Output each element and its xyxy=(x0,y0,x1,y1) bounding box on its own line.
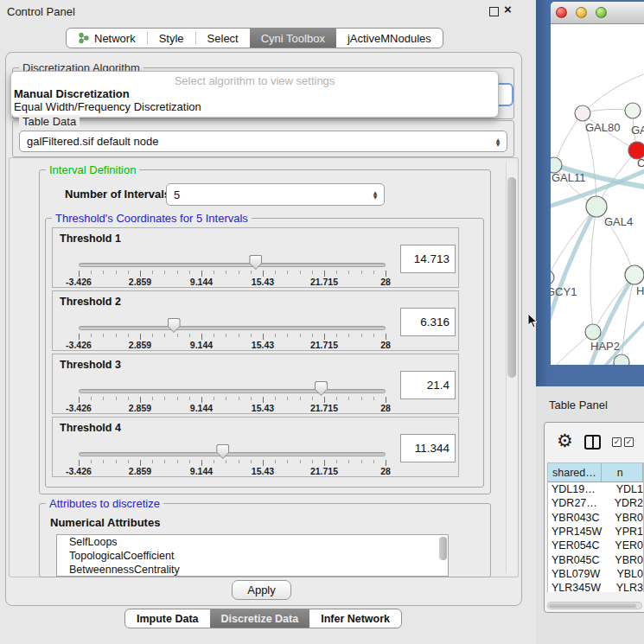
tab-style[interactable]: Style xyxy=(148,29,195,48)
slider-tick-label: 9.144 xyxy=(190,403,213,413)
slider-tick-label: 21.715 xyxy=(310,277,338,287)
threshold-value-input[interactable]: 21.4 xyxy=(400,371,456,399)
network-window-titlebar[interactable] xyxy=(551,2,644,24)
threshold-slider-thumb[interactable] xyxy=(315,381,328,396)
vertical-scrollbar-thumb[interactable] xyxy=(507,177,516,378)
table-row[interactable]: YBL079WYBL0 xyxy=(548,567,643,581)
dropdown-option[interactable]: Equal Width/Frequency Discretization xyxy=(11,100,498,113)
network-node-gal4[interactable] xyxy=(586,196,607,217)
split-column-icon[interactable] xyxy=(584,435,601,450)
network-canvas[interactable]: GAL80GACGAL11GAL4GCY1HHAP2 xyxy=(551,24,644,365)
threshold-slider-thumb[interactable] xyxy=(168,318,181,333)
tab-cyni-toolbox[interactable]: Cyni Toolbox xyxy=(250,29,336,48)
network-edge[interactable] xyxy=(554,113,583,165)
network-node-h[interactable] xyxy=(625,265,644,284)
zoom-light-green-icon[interactable] xyxy=(596,7,607,18)
slider-tick xyxy=(79,397,80,403)
slider-tick xyxy=(152,460,153,463)
column-header[interactable]: n xyxy=(602,463,643,481)
threshold-label: Threshold 1 xyxy=(60,233,121,245)
tab-select[interactable]: Select xyxy=(196,29,250,48)
network-node[interactable] xyxy=(614,354,629,365)
algorithm-dropdown-popup: Select algorithm to view settings Manual… xyxy=(10,71,499,118)
slider-tick xyxy=(275,334,276,337)
horizontal-scrollbar[interactable] xyxy=(547,602,642,609)
slider-tick xyxy=(226,460,226,463)
slider-tick xyxy=(226,334,226,337)
checkbox-checked-icon[interactable]: ✓ xyxy=(624,437,634,447)
slider-tick xyxy=(324,271,325,277)
float-window-icon[interactable] xyxy=(489,7,499,16)
dropdown-option[interactable]: Manual Discretization xyxy=(11,87,498,100)
apply-button[interactable]: Apply xyxy=(232,580,291,600)
close-light-red-icon[interactable] xyxy=(556,7,567,18)
close-icon[interactable]: × xyxy=(504,2,512,16)
slider-tick xyxy=(361,334,362,337)
column-header[interactable]: shared… xyxy=(548,463,602,481)
slider-tick-label: 2.859 xyxy=(129,403,151,413)
table-cell: YPR1 xyxy=(612,526,643,538)
gear-icon[interactable]: ⚙ xyxy=(557,431,573,450)
mouse-cursor xyxy=(527,313,539,329)
tab-infer-network[interactable]: Infer Network xyxy=(309,609,401,628)
table-row[interactable]: YDR27…YDR2 xyxy=(548,496,643,510)
table-row[interactable]: YER054CYER0 xyxy=(548,539,643,552)
threshold-value-input[interactable]: 6.316 xyxy=(400,308,456,336)
slider-tick xyxy=(79,334,80,340)
threshold-value-input[interactable]: 14.713 xyxy=(400,245,456,273)
table-cell: YDL19… xyxy=(548,483,614,495)
network-node-ga[interactable] xyxy=(625,103,641,118)
attribute-list-item[interactable]: TopologicalCoefficient xyxy=(57,549,448,563)
tab-jactivemnodules[interactable]: jActiveMNodules xyxy=(336,29,443,48)
threshold-slider-thumb[interactable] xyxy=(216,444,229,459)
threshold-slider-thumb[interactable] xyxy=(249,255,262,270)
network-node-gcy1[interactable] xyxy=(551,271,554,284)
table-cell: YBR043C xyxy=(548,512,612,524)
slider-tick xyxy=(214,397,214,400)
horizontal-scrollbar-thumb[interactable] xyxy=(549,603,636,608)
slider-tick xyxy=(116,334,117,337)
threshold-slider-track[interactable] xyxy=(79,389,386,393)
slider-tick-label: 9.144 xyxy=(190,277,213,287)
numerical-attributes-list[interactable]: SelfLoopsTopologicalCoefficientBetweenne… xyxy=(56,534,449,577)
network-edge[interactable] xyxy=(551,362,622,365)
slider-tick xyxy=(373,271,374,274)
slider-tick xyxy=(128,271,129,274)
tab-impute-data[interactable]: Impute Data xyxy=(125,609,210,628)
slider-tick xyxy=(140,334,141,340)
number-of-intervals-combobox[interactable]: 5 ▲▼ xyxy=(166,183,385,206)
threshold-slider-track[interactable] xyxy=(79,326,386,330)
slider-tick xyxy=(177,460,178,463)
node-table[interactable]: shared…n YDL19…YDL1YDR27…YDR2YBR043CYBR0… xyxy=(547,462,644,592)
network-edge[interactable] xyxy=(590,207,596,332)
slider-tick xyxy=(312,271,313,274)
table-row[interactable]: YBR043CYBR0 xyxy=(548,511,643,525)
list-scrollbar-thumb[interactable] xyxy=(439,537,447,560)
table-row[interactable]: YLR345WYLR3 xyxy=(548,581,643,592)
tab-network[interactable]: Network xyxy=(67,29,147,48)
tab-discretize-data[interactable]: Discretize Data xyxy=(210,609,310,628)
table-data-combobox[interactable]: galFiltered.sif default node ▲▼ xyxy=(19,131,507,152)
vertical-scrollbar[interactable] xyxy=(506,162,517,573)
slider-tick-label: -3.426 xyxy=(66,466,92,476)
table-row[interactable]: YPR145WYPR1 xyxy=(548,525,643,539)
slider-tick-label: 2.859 xyxy=(129,340,151,350)
slider-tick xyxy=(287,460,288,463)
threshold-slider-track[interactable] xyxy=(79,263,386,267)
attribute-list-item[interactable]: SelfLoops xyxy=(57,535,448,549)
network-node-label: H xyxy=(636,284,644,297)
network-node-hap2[interactable] xyxy=(585,324,601,340)
table-row[interactable]: YBR045CYBR0 xyxy=(548,552,643,566)
table-cell: YPR145W xyxy=(548,526,612,538)
threshold-label: Threshold 2 xyxy=(60,296,121,308)
slider-tick xyxy=(103,460,104,463)
threshold-value-input[interactable]: 11.344 xyxy=(400,434,456,462)
threshold-slider-track[interactable] xyxy=(79,452,386,456)
table-row[interactable]: YDL19…YDL1 xyxy=(548,482,643,496)
attribute-list-item[interactable]: BetweennessCentrality xyxy=(57,563,448,577)
minimize-light-yellow-icon[interactable] xyxy=(576,7,587,18)
slider-tick xyxy=(103,271,104,274)
slider-tick xyxy=(128,397,129,400)
checkbox-checked-icon[interactable]: ✓ xyxy=(612,437,622,447)
network-node-gal80[interactable] xyxy=(575,105,590,121)
